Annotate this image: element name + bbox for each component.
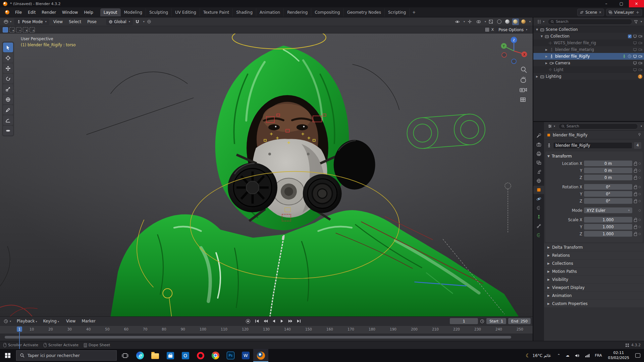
taskbar-app-blender[interactable] — [253, 349, 268, 362]
disable-in-renders-icon[interactable] — [638, 48, 642, 52]
close-button[interactable]: × — [629, 0, 644, 7]
breadcrumb-object-name[interactable]: blender file_Rigify — [553, 133, 587, 137]
animate-dot-icon[interactable] — [639, 209, 641, 212]
workspace-tab[interactable]: Geometry Nodes — [344, 8, 385, 16]
animate-dot-icon[interactable] — [639, 177, 641, 179]
collapsed-panel-header[interactable]: ▶ Viewport Display — [544, 284, 644, 291]
disclosure-triangle-icon[interactable]: ▼ — [540, 35, 543, 38]
disable-in-renders-icon[interactable] — [638, 61, 642, 65]
show-gizmo-icon[interactable] — [466, 18, 474, 25]
tab-view-layer[interactable] — [533, 159, 544, 167]
workspace-tab[interactable]: Sculpting — [146, 8, 172, 16]
transform-panel-header[interactable]: ▼ Transform — [547, 153, 641, 160]
taskbar-app-file-explorer[interactable] — [148, 349, 163, 362]
timeline-menu-item[interactable]: View — [63, 318, 78, 324]
shading-solid-button[interactable] — [504, 18, 511, 25]
outliner-search-input[interactable]: Search — [548, 19, 632, 25]
properties-editor-type-button[interactable]: ▾ — [546, 123, 557, 129]
disable-in-renders-icon[interactable] — [638, 41, 642, 45]
viewport-menu-item[interactable]: Select — [66, 18, 84, 25]
topbar-menu-item[interactable]: Render — [39, 9, 59, 16]
taskbar-app-store[interactable] — [163, 349, 178, 362]
outliner-editor-type-button[interactable]: ▾ — [535, 19, 546, 24]
tab-render[interactable] — [533, 140, 544, 149]
disable-in-renders-icon[interactable] — [638, 34, 642, 38]
lock-icon[interactable] — [634, 200, 637, 203]
animate-dot-icon[interactable] — [639, 170, 641, 172]
transform-tool[interactable] — [3, 95, 13, 104]
rotation-mode-dropdown[interactable]: XYZ Euler ▾ — [584, 207, 632, 213]
disclosure-triangle-icon[interactable]: ▶ — [535, 75, 539, 78]
collapsed-panel-header[interactable]: ▶ Delta Transform — [544, 243, 644, 251]
network-icon[interactable] — [583, 349, 592, 362]
start-button[interactable] — [0, 349, 15, 362]
number-field[interactable]: 1.000 — [584, 231, 632, 237]
lock-icon[interactable] — [634, 233, 637, 236]
mask-filter-back[interactable] — [334, 140, 375, 190]
preview-range-clock-icon[interactable] — [480, 319, 484, 323]
viewport-menu-item[interactable]: View — [50, 18, 66, 25]
workspace-tab[interactable]: Layout — [100, 8, 121, 16]
pin-icon[interactable] — [638, 133, 641, 136]
animate-dot-icon[interactable] — [639, 163, 641, 165]
selectability-visibility-icon[interactable] — [454, 18, 461, 25]
shading-material-button[interactable] — [512, 18, 519, 25]
select-mode-new-icon[interactable] — [3, 27, 8, 33]
hide-in-viewport-icon[interactable] — [633, 68, 637, 72]
task-view-button[interactable] — [117, 349, 132, 362]
pose-breakdowner-tool[interactable] — [3, 126, 13, 135]
lock-icon[interactable] — [634, 170, 637, 173]
toggle-xray-icon[interactable] — [487, 18, 495, 25]
timeline-dropdown-menu[interactable]: Keying▾ — [40, 318, 62, 324]
topbar-menu-item[interactable]: File — [12, 9, 25, 16]
select-mode-intersect-icon[interactable]: ∩ — [30, 27, 35, 33]
tab-constraints[interactable] — [533, 204, 544, 212]
lock-icon[interactable] — [634, 219, 637, 222]
hide-in-viewport-icon[interactable] — [633, 41, 637, 45]
timeline-dropdown-menu[interactable]: Playback▾ — [14, 318, 40, 324]
users-count-badge[interactable]: 4 — [634, 142, 641, 149]
timeline-ruler[interactable]: 1020304050607080901001101201301401501601… — [0, 325, 533, 334]
mask-filter-left[interactable] — [228, 163, 277, 213]
select-mode-extend-icon[interactable]: + — [9, 27, 15, 33]
outliner-row-rigify[interactable]: ▶ blender file_Rigify — [533, 53, 644, 60]
outliner-item-label[interactable]: Lighting — [546, 74, 637, 79]
hide-in-viewport-icon[interactable] — [633, 48, 637, 52]
collection-checkbox[interactable]: ✓ — [628, 35, 632, 38]
animate-dot-icon[interactable] — [639, 200, 641, 202]
select-mode-invert-icon[interactable]: × — [23, 27, 28, 33]
outliner-item-label[interactable]: blender file_Rigify — [555, 54, 621, 59]
collapsed-panel-header[interactable]: ▶ Visibility — [544, 276, 644, 283]
timeline-tracks[interactable] — [0, 334, 533, 341]
animate-dot-icon[interactable] — [639, 226, 641, 228]
scale-tool[interactable] — [3, 84, 13, 94]
tab-world[interactable] — [533, 177, 544, 185]
disable-in-renders-icon[interactable] — [638, 54, 642, 58]
number-field[interactable]: 1.000 — [584, 217, 632, 223]
viewport-3d-scene[interactable]: Z Y X — [0, 34, 533, 316]
outliner-item-label[interactable]: blender file_metarig — [555, 47, 632, 52]
timeline-editor-type-button[interactable]: ▾ — [2, 318, 13, 324]
outliner-item-label[interactable]: Camera — [555, 61, 632, 65]
outliner-item-label[interactable]: Light — [554, 67, 632, 72]
mirror-x-icon[interactable]: X — [491, 27, 494, 32]
number-field[interactable]: 0 m — [584, 161, 632, 166]
workspace-tab[interactable]: Rendering — [284, 8, 311, 16]
outliner-row-light[interactable]: Light — [533, 66, 644, 73]
hide-in-viewport-icon[interactable] — [633, 61, 637, 65]
outliner-row-wgts-rig[interactable]: WGTS_blender file_rig — [533, 40, 644, 46]
disable-in-renders-icon[interactable] — [638, 68, 642, 72]
unlink-scene-icon[interactable]: × — [599, 10, 601, 14]
blender-menu-icon[interactable] — [5, 10, 9, 14]
jump-next-keyframe-button[interactable] — [287, 318, 294, 324]
chevron-down-icon[interactable]: ▾ — [641, 20, 642, 23]
taskbar-app-chrome[interactable] — [208, 349, 223, 362]
auto-keying-toggle[interactable] — [246, 319, 250, 323]
shading-rendered-button[interactable] — [520, 18, 527, 25]
outliner-row-camera[interactable]: ▶ Camera — [533, 60, 644, 66]
lock-icon[interactable] — [634, 226, 637, 229]
topbar-menu-item[interactable]: Help — [81, 9, 96, 16]
show-overlays-icon[interactable] — [475, 18, 482, 25]
scene-selector[interactable]: Scene × — [577, 9, 604, 16]
lock-icon[interactable] — [634, 186, 637, 189]
